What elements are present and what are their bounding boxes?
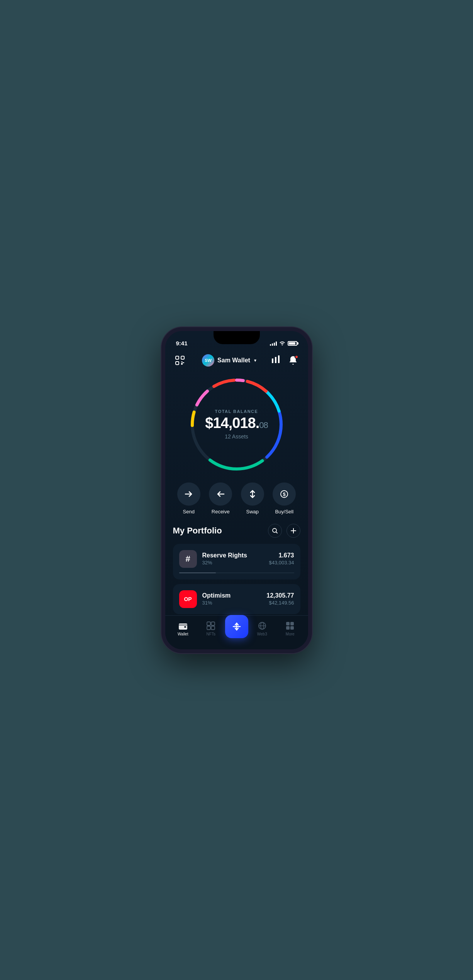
chart-icon[interactable] bbox=[271, 355, 280, 365]
header-right bbox=[271, 353, 300, 367]
wallet-selector[interactable]: SW Sam Wallet ▾ bbox=[202, 354, 256, 367]
app-header: SW Sam Wallet ▾ bbox=[165, 350, 308, 370]
scroll-content[interactable]: SW Sam Wallet ▾ bbox=[165, 350, 308, 635]
wallet-name: Sam Wallet bbox=[217, 357, 250, 364]
portfolio-section: My Portfolio bbox=[165, 524, 308, 627]
rsr-name: Reserve Rights bbox=[202, 552, 264, 559]
balance-circle: TOTAL BALANCE $14,018.08 12 Assets bbox=[186, 374, 287, 475]
status-time: 9:41 bbox=[176, 340, 188, 346]
more-nav-label: More bbox=[286, 632, 295, 636]
rsr-progress-fill bbox=[179, 572, 216, 573]
portfolio-title: My Portfolio bbox=[173, 526, 222, 536]
svg-rect-4 bbox=[183, 362, 184, 363]
buysell-label: Buy/Sell bbox=[275, 509, 293, 515]
battery-fill bbox=[289, 342, 295, 345]
op-icon: OP bbox=[179, 590, 197, 608]
svg-rect-29 bbox=[207, 626, 210, 630]
send-icon-circle bbox=[177, 482, 200, 506]
chevron-down-icon: ▾ bbox=[254, 358, 256, 363]
svg-rect-28 bbox=[211, 622, 215, 625]
balance-amount: $14,018.08 bbox=[205, 415, 268, 431]
receive-label: Receive bbox=[212, 509, 230, 515]
nav-more[interactable]: More bbox=[276, 621, 304, 636]
nfts-icon bbox=[206, 621, 215, 630]
web3-nav-label: Web3 bbox=[257, 632, 267, 636]
asset-row-rsr: # Reserve Rights 32% 1.673 $43,003.34 bbox=[179, 550, 294, 568]
rsr-icon: # bbox=[179, 550, 197, 568]
svg-rect-26 bbox=[184, 626, 186, 628]
swap-icon-circle bbox=[241, 482, 264, 506]
nfts-nav-label: NFTs bbox=[207, 632, 215, 636]
wallet-icon bbox=[178, 621, 188, 630]
rsr-amount: 1.673 bbox=[269, 552, 294, 559]
op-usd: $42,149.56 bbox=[266, 600, 294, 606]
buysell-icon-circle: $ bbox=[273, 482, 296, 506]
phone-frame: 9:41 bbox=[161, 327, 312, 653]
svg-rect-8 bbox=[278, 355, 280, 363]
battery-icon bbox=[288, 341, 297, 346]
notch bbox=[214, 331, 260, 344]
svg-rect-7 bbox=[275, 357, 276, 363]
balance-assets: 12 Assets bbox=[205, 433, 268, 440]
rsr-progress-bar bbox=[179, 572, 294, 573]
action-buttons: Send Receive bbox=[165, 482, 308, 524]
phone-screen: 9:41 bbox=[165, 331, 308, 649]
rsr-percent: 32% bbox=[202, 560, 264, 566]
rsr-values: 1.673 $43,003.34 bbox=[269, 552, 294, 566]
svg-rect-0 bbox=[176, 356, 179, 359]
swap-button[interactable]: Swap bbox=[241, 482, 264, 515]
rsr-usd: $43,003.34 bbox=[269, 560, 294, 566]
nav-center[interactable] bbox=[225, 615, 248, 642]
swap-label: Swap bbox=[246, 509, 259, 515]
balance-label: TOTAL BALANCE bbox=[205, 409, 268, 414]
portfolio-actions bbox=[268, 524, 300, 538]
op-percent: 31% bbox=[202, 600, 261, 606]
send-button[interactable]: Send bbox=[177, 482, 200, 515]
notification-dot bbox=[295, 355, 298, 359]
nav-web3[interactable]: Web3 bbox=[248, 621, 276, 636]
wallet-nav-label: Wallet bbox=[178, 632, 188, 636]
wifi-icon bbox=[279, 340, 285, 346]
op-name: Optimism bbox=[202, 592, 261, 599]
web3-icon bbox=[258, 621, 267, 630]
signal-icon bbox=[270, 341, 277, 346]
rsr-info: Reserve Rights 32% bbox=[202, 552, 264, 566]
asset-row-op: OP Optimism 31% 12,305.77 $42,149.56 bbox=[179, 590, 294, 608]
asset-card-rsr[interactable]: # Reserve Rights 32% 1.673 $43,003.34 bbox=[173, 544, 300, 579]
avatar: SW bbox=[202, 354, 214, 367]
svg-rect-6 bbox=[272, 358, 273, 363]
search-button[interactable] bbox=[268, 524, 282, 538]
svg-text:$: $ bbox=[283, 491, 286, 497]
op-info: Optimism 31% bbox=[202, 592, 261, 606]
svg-rect-3 bbox=[181, 362, 183, 362]
notification-button[interactable] bbox=[286, 353, 300, 367]
svg-rect-36 bbox=[286, 622, 290, 625]
svg-rect-5 bbox=[181, 363, 183, 365]
svg-rect-2 bbox=[176, 362, 179, 365]
nav-wallet[interactable]: Wallet bbox=[169, 621, 197, 636]
balance-section: TOTAL BALANCE $14,018.08 12 Assets bbox=[165, 370, 308, 482]
svg-line-22 bbox=[276, 532, 277, 533]
svg-rect-27 bbox=[207, 622, 210, 625]
center-action-button[interactable] bbox=[225, 615, 248, 638]
asset-card-op[interactable]: OP Optimism 31% 12,305.77 $42,149.56 bbox=[173, 584, 300, 614]
balance-display: TOTAL BALANCE $14,018.08 12 Assets bbox=[205, 409, 268, 440]
receive-icon-circle bbox=[209, 482, 232, 506]
add-asset-button[interactable] bbox=[287, 524, 300, 538]
status-icons bbox=[270, 340, 297, 346]
op-values: 12,305.77 $42,149.56 bbox=[266, 592, 294, 606]
receive-button[interactable]: Receive bbox=[209, 482, 232, 515]
send-label: Send bbox=[183, 509, 195, 515]
bottom-nav: Wallet NFTs bbox=[165, 615, 308, 649]
scan-icon[interactable] bbox=[173, 353, 187, 367]
nav-nfts[interactable]: NFTs bbox=[197, 621, 225, 636]
buysell-button[interactable]: $ Buy/Sell bbox=[273, 482, 296, 515]
svg-rect-30 bbox=[211, 626, 215, 630]
svg-rect-37 bbox=[290, 622, 294, 625]
op-amount: 12,305.77 bbox=[266, 592, 294, 599]
svg-rect-38 bbox=[286, 626, 290, 630]
more-icon bbox=[285, 621, 295, 630]
svg-rect-1 bbox=[181, 356, 184, 359]
portfolio-header: My Portfolio bbox=[173, 524, 300, 538]
svg-rect-39 bbox=[290, 626, 294, 630]
